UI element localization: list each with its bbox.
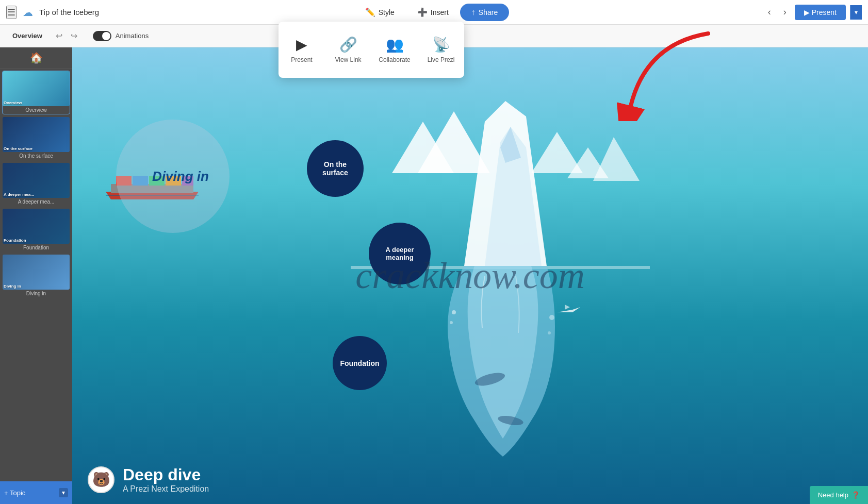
diving-circle[interactable]: Diving in [116, 120, 230, 233]
present-dropdown-button[interactable]: ▾ [850, 5, 862, 20]
on-the-surface-node[interactable]: On the surface [307, 140, 364, 197]
share-icon: ↑ [471, 8, 476, 17]
svg-point-12 [549, 315, 554, 320]
brand-title: Deep dive [123, 465, 209, 484]
toolbar-right: ‹ › ▶ Present ▾ [758, 5, 868, 20]
share-viewlink-label: View Link [335, 56, 361, 63]
share-liveprezi-label: Live Prezi [428, 56, 455, 63]
slide-label-3: Foundation [3, 244, 70, 251]
style-button[interactable]: ✏️ Style [354, 3, 406, 21]
svg-point-10 [452, 310, 456, 314]
slide-thumb-4: Diving in [3, 255, 70, 290]
slides-panel: Overview Overview 1 4 On the surface On … [0, 69, 72, 504]
diving-text: Diving in [152, 169, 209, 184]
share-present-label: Present [291, 56, 312, 63]
slide-overview[interactable]: Overview Overview [2, 71, 70, 114]
scene: Diving in On the surface A deeper meanin… [72, 47, 868, 504]
bear-icon: 🐻 [92, 471, 110, 488]
left-sidebar: 🏠 Overview Overview 1 4 On the surface O… [0, 47, 72, 504]
insert-button[interactable]: ➕ Insert [406, 3, 460, 21]
slide-1[interactable]: 1 4 On the surface On the surface [2, 116, 70, 160]
liveprezi-option-icon: 📡 [432, 36, 450, 53]
present-option-icon: ▶ [296, 36, 307, 53]
slide-3[interactable]: 3 2 Foundation Foundation [2, 208, 70, 252]
share-button[interactable]: ↑ Share [460, 4, 509, 21]
viewlink-option-icon: 🔗 [339, 36, 357, 53]
share-dropdown: ▶ Present 🔗 View Link 👥 Collaborate 📡 Li… [279, 22, 464, 78]
slide-label-2: A deeper mea... [3, 198, 70, 206]
present-button[interactable]: ▶ Present [795, 5, 846, 20]
undo-button[interactable]: ↩ [53, 30, 65, 42]
slide-thumb-4-label: Diving in [4, 284, 69, 289]
collaborate-option-icon: 👥 [386, 36, 404, 53]
brand-text: Deep dive A Prezi Next Expedition [123, 465, 209, 494]
animations-label: Animations [116, 32, 149, 40]
doc-title: Tip of the Iceberg [39, 8, 99, 16]
brand-logo: 🐻 [88, 466, 114, 493]
nav-prev-button[interactable]: ‹ [764, 5, 775, 20]
svg-point-13 [548, 331, 551, 334]
bottom-branding: 🐻 Deep dive A Prezi Next Expedition [88, 465, 209, 494]
slide-label-1: On the surface [3, 152, 70, 160]
need-help-button[interactable]: Need help ❓ [810, 486, 868, 504]
slide-thumb-2-label: A deeper mea... [4, 192, 69, 197]
redo-button[interactable]: ↪ [68, 30, 80, 42]
animations-toggle: Animations [93, 31, 149, 41]
a-deeper-meaning-node[interactable]: A deeper meaning [369, 223, 431, 284]
svg-marker-5 [593, 137, 640, 181]
foundation-node[interactable]: Foundation [333, 336, 387, 390]
toolbar-center: ✏️ Style ➕ Insert ↑ Share [105, 3, 758, 21]
slide-thumb-overview-label: Overview [4, 100, 69, 105]
slide-label-4: Diving in [3, 290, 70, 297]
animations-switch[interactable] [93, 31, 111, 41]
cloud-icon: ☁ [23, 6, 33, 19]
share-collaborate-label: Collaborate [379, 56, 410, 63]
style-icon: ✏️ [365, 7, 375, 17]
slide-thumb-3: Foundation [3, 209, 70, 244]
help-icon: ❓ [851, 491, 860, 499]
svg-point-11 [450, 321, 453, 324]
toolbar-left: ☰ ☁ Tip of the Iceberg [0, 6, 105, 19]
slide-2[interactable]: 2 3 A deeper mea... A deeper mea... [2, 162, 70, 206]
nav-next-button[interactable]: › [779, 5, 791, 20]
insert-icon: ➕ [417, 7, 428, 17]
share-viewlink-option[interactable]: 🔗 View Link [325, 30, 371, 70]
share-present-option[interactable]: ▶ Present [279, 30, 325, 70]
share-collaborate-option[interactable]: 👥 Collaborate [371, 30, 418, 70]
slide-thumb-overview: Overview [3, 71, 70, 106]
slide-thumb-2: A deeper mea... [3, 163, 70, 198]
slide-4[interactable]: 4 4 Diving in Diving in [2, 254, 70, 298]
overview-tab[interactable]: Overview [8, 30, 46, 42]
present-play-icon: ▶ [804, 8, 810, 16]
hamburger-button[interactable]: ☰ [6, 6, 17, 19]
undo-redo-group: ↩ ↪ [53, 30, 80, 42]
add-topic-label: + Topic [4, 489, 25, 497]
slide-thumb-1-label: On the surface [4, 146, 69, 151]
brand-subtitle: A Prezi Next Expedition [123, 484, 209, 494]
slide-thumb-3-label: Foundation [4, 238, 69, 243]
home-icon-container: 🏠 [0, 47, 72, 69]
slide-thumb-1: On the surface [3, 117, 70, 152]
share-liveprezi-option[interactable]: 📡 Live Prezi [418, 30, 464, 70]
add-topic-bar[interactable]: + Topic ▾ [0, 481, 72, 504]
home-icon[interactable]: 🏠 [30, 52, 43, 64]
main-canvas: Diving in On the surface A deeper meanin… [72, 47, 868, 504]
top-toolbar: ☰ ☁ Tip of the Iceberg ✏️ Style ➕ Insert… [0, 0, 868, 25]
slide-label-overview: Overview [3, 106, 70, 114]
add-topic-dropdown-icon[interactable]: ▾ [59, 488, 68, 497]
need-help-label: Need help [818, 491, 848, 499]
